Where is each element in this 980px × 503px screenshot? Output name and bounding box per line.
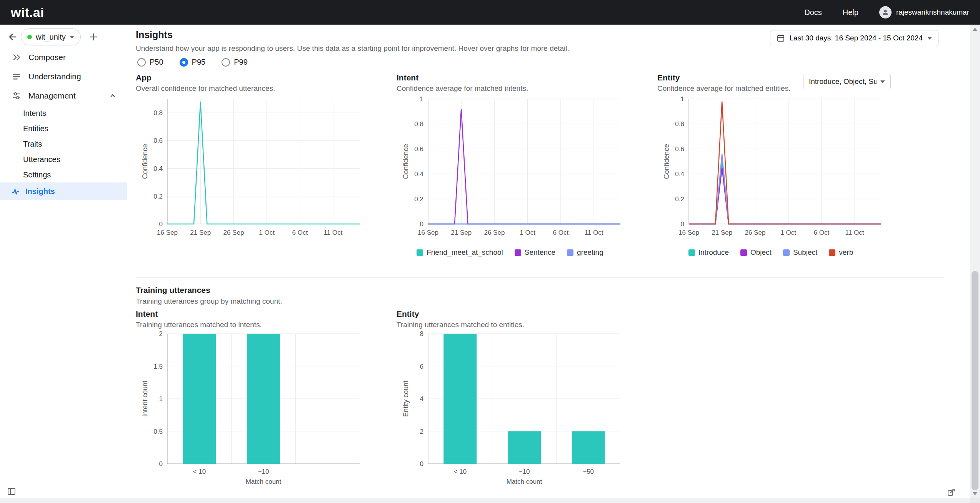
page-description: Understand how your app is responding to… xyxy=(136,44,569,53)
legend-swatch xyxy=(740,249,747,256)
new-app-button[interactable] xyxy=(87,30,100,43)
user-menu[interactable]: rajeswarikrishnakumar xyxy=(879,6,969,18)
svg-text:21 Sep: 21 Sep xyxy=(190,229,211,236)
section-description: Training utterances group by matching co… xyxy=(136,297,282,306)
legend-label: Sentence xyxy=(525,248,555,257)
sidebar-item-label: Insights xyxy=(25,187,55,196)
vertical-scrollbar[interactable] xyxy=(970,25,980,498)
svg-text:0.6: 0.6 xyxy=(414,145,423,153)
svg-text:0: 0 xyxy=(159,221,163,228)
scroll-down-icon[interactable] xyxy=(973,492,977,495)
svg-text:8: 8 xyxy=(420,330,423,338)
entity-chart-svg: 00.20.40.60.8116 Sep21 Sep26 Sep1 Oct6 O… xyxy=(657,94,884,247)
legend-swatch xyxy=(515,249,521,256)
svg-text:11 Oct: 11 Oct xyxy=(845,229,864,236)
percentile-radio-p99[interactable]: P99 xyxy=(222,58,248,67)
legend-item[interactable]: greeting xyxy=(567,248,603,257)
intent-chart-panel: Intent Confidence average for matched in… xyxy=(397,73,623,257)
app-confidence-chart[interactable]: 00.20.40.60.816 Sep21 Sep26 Sep1 Oct6 Oc… xyxy=(136,94,363,247)
intent-bars-chart-svg: 00.511.52< 10~10Match countIntent count xyxy=(136,330,363,487)
svg-text:0.8: 0.8 xyxy=(675,120,684,128)
legend-item[interactable]: Introduce xyxy=(688,248,729,257)
chevron-up-icon[interactable] xyxy=(108,92,117,100)
person-icon xyxy=(882,8,889,16)
svg-text:6: 6 xyxy=(420,363,423,370)
help-link[interactable]: Help xyxy=(843,8,858,17)
sidebar-item-management[interactable]: Management xyxy=(0,86,127,105)
svg-text:0.4: 0.4 xyxy=(153,165,163,172)
open-in-new-icon[interactable] xyxy=(947,488,955,496)
intent-chart-svg: 00.20.40.60.8116 Sep21 Sep26 Sep1 Oct6 O… xyxy=(397,94,623,247)
svg-text:1: 1 xyxy=(681,95,684,103)
svg-text:11 Oct: 11 Oct xyxy=(324,229,343,236)
percentile-radio-p95[interactable]: P95 xyxy=(180,58,206,67)
entity-filter-value: Introduce, Object, Subj... xyxy=(809,77,877,86)
legend-item[interactable]: Friend_meet_at_school xyxy=(417,248,503,257)
scroll-up-icon[interactable] xyxy=(973,28,977,31)
legend-item[interactable]: verb xyxy=(829,248,853,257)
scrollbar-thumb[interactable] xyxy=(972,271,978,490)
chart-subtitle: Training utterances matched to intents. xyxy=(136,321,363,329)
app-selector[interactable]: wit_unity xyxy=(21,28,81,45)
legend-swatch xyxy=(417,249,423,256)
collapse-sidebar-icon[interactable] xyxy=(7,487,16,496)
svg-text:~10: ~10 xyxy=(519,468,530,475)
wit-ai-logo[interactable]: wit.ai xyxy=(11,5,44,20)
chevron-down-icon xyxy=(70,36,74,38)
intent-bars-panel: Intent Training utterances matched to in… xyxy=(136,309,363,487)
insights-icon xyxy=(11,187,20,196)
legend-item[interactable]: Object xyxy=(740,248,772,257)
legend-item[interactable]: Subject xyxy=(783,248,817,257)
sidebar-item-composer[interactable]: Composer xyxy=(0,48,127,67)
svg-text:~50: ~50 xyxy=(583,468,594,475)
horizontal-scrollbar[interactable] xyxy=(0,498,970,503)
docs-link[interactable]: Docs xyxy=(804,8,822,17)
sidebar-item-traits[interactable]: Traits xyxy=(0,136,127,152)
app-chart-svg: 00.20.40.60.816 Sep21 Sep26 Sep1 Oct6 Oc… xyxy=(136,94,363,247)
radio-label: P99 xyxy=(234,58,248,67)
plus-icon xyxy=(88,32,98,42)
percentile-radio-p50[interactable]: P50 xyxy=(137,58,163,67)
intent-match-count-chart[interactable]: 00.511.52< 10~10Match countIntent count xyxy=(136,330,363,487)
intent-confidence-chart[interactable]: 00.20.40.60.8116 Sep21 Sep26 Sep1 Oct6 O… xyxy=(397,94,623,247)
chart-title: App xyxy=(136,73,363,82)
svg-text:0.8: 0.8 xyxy=(153,109,163,117)
legend-item[interactable]: Sentence xyxy=(515,248,555,257)
entity-match-count-chart[interactable]: 02468< 10~10~50Match countEntity count xyxy=(397,330,623,487)
back-button[interactable] xyxy=(6,31,18,43)
sidebar-item-insights[interactable]: Insights xyxy=(0,182,127,200)
legend-swatch xyxy=(688,249,695,256)
chart-title: Intent xyxy=(397,73,623,82)
date-range-label: Last 30 days: 16 Sep 2024 - 15 Oct 2024 xyxy=(790,34,923,42)
date-range-button[interactable]: Last 30 days: 16 Sep 2024 - 15 Oct 2024 xyxy=(770,30,938,46)
entity-filter-select[interactable]: Introduce, Object, Subj... xyxy=(803,74,891,89)
legend-label: Subject xyxy=(793,248,817,257)
sidebar-item-understanding[interactable]: Understanding xyxy=(0,67,127,86)
svg-text:0.2: 0.2 xyxy=(414,196,423,203)
app-name: wit_unity xyxy=(36,33,66,42)
top-navigation: Docs Help rajeswarikrishnakumar xyxy=(804,6,969,18)
legend-swatch xyxy=(829,249,835,256)
radio-label: P50 xyxy=(150,58,163,67)
avatar xyxy=(879,6,892,18)
sidebar-item-intents[interactable]: Intents xyxy=(0,105,127,121)
entity-confidence-chart[interactable]: 00.20.40.60.8116 Sep21 Sep26 Sep1 Oct6 O… xyxy=(657,94,884,247)
svg-text:Entity count: Entity count xyxy=(402,381,410,417)
entity-bars-chart-svg: 02468< 10~10~50Match countEntity count xyxy=(397,330,623,487)
insights-page: Insights Understand how your app is resp… xyxy=(128,25,944,498)
back-arrow-icon xyxy=(7,32,17,42)
svg-text:0.2: 0.2 xyxy=(153,193,163,200)
chart-title: Intent xyxy=(136,309,363,319)
sidebar-item-settings[interactable]: Settings xyxy=(0,167,127,182)
radio-icon xyxy=(137,58,146,67)
sidebar-item-utterances[interactable]: Utterances xyxy=(0,152,127,167)
svg-text:1 Oct: 1 Oct xyxy=(259,229,275,236)
svg-text:4: 4 xyxy=(420,395,423,403)
legend-label: verb xyxy=(839,248,853,257)
page-title: Insights xyxy=(136,29,569,40)
svg-text:0.2: 0.2 xyxy=(675,196,684,203)
sidebar-item-entities[interactable]: Entities xyxy=(0,121,127,136)
chevron-down-icon xyxy=(880,80,885,83)
svg-text:2: 2 xyxy=(420,428,423,435)
chart-subtitle: Confidence average for matched intents. xyxy=(397,84,623,93)
